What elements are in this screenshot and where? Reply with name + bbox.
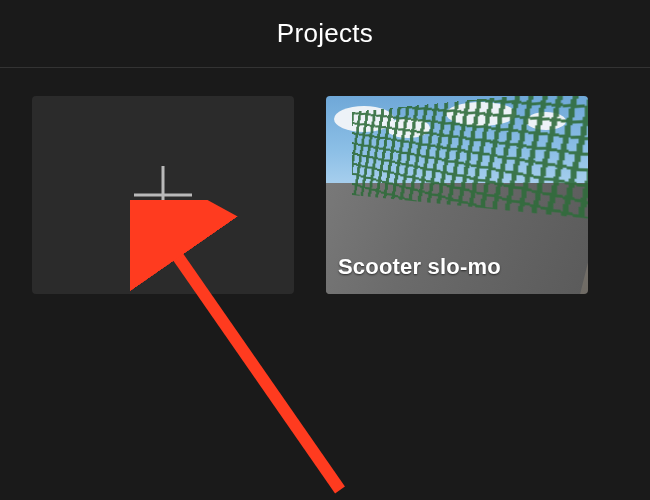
project-tile[interactable]: Scooter slo-mo [326, 96, 588, 294]
page-title: Projects [277, 18, 373, 49]
projects-grid: Scooter slo-mo [0, 68, 650, 322]
new-project-button[interactable] [32, 96, 294, 294]
project-title: Scooter slo-mo [338, 254, 501, 280]
plus-icon [128, 160, 198, 230]
header: Projects [0, 0, 650, 68]
